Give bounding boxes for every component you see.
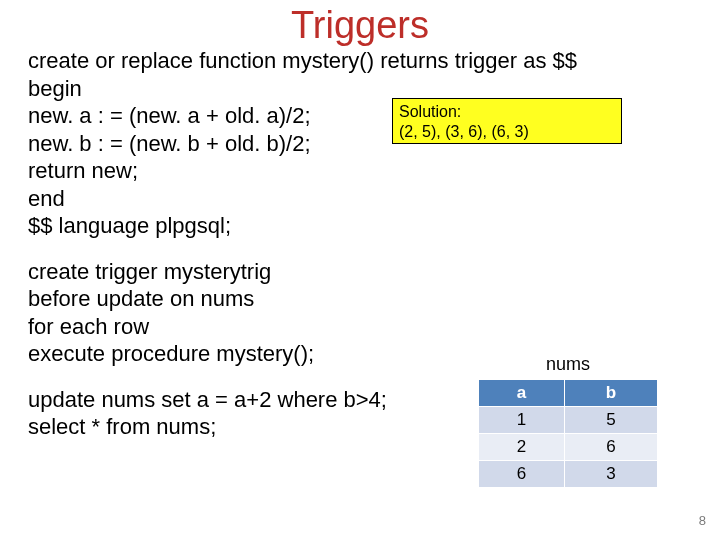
code-line: before update on nums bbox=[28, 285, 692, 313]
table-row: 6 3 bbox=[479, 461, 658, 488]
table-row: 1 5 bbox=[479, 407, 658, 434]
nums-table-wrap: nums a b 1 5 2 6 6 3 bbox=[478, 354, 658, 488]
cell: 1 bbox=[479, 407, 565, 434]
cell: 5 bbox=[564, 407, 657, 434]
table-header-row: a b bbox=[479, 380, 658, 407]
table-caption: nums bbox=[478, 354, 658, 375]
cell: 3 bbox=[564, 461, 657, 488]
table-row: 2 6 bbox=[479, 434, 658, 461]
code-line: $$ language plpgsql; bbox=[28, 212, 692, 240]
code-line: end bbox=[28, 185, 692, 213]
slide-title: Triggers bbox=[0, 0, 720, 47]
col-header-b: b bbox=[564, 380, 657, 407]
nums-table: a b 1 5 2 6 6 3 bbox=[478, 379, 658, 488]
page-number: 8 bbox=[699, 513, 706, 528]
code-line: for each row bbox=[28, 313, 692, 341]
cell: 6 bbox=[479, 461, 565, 488]
col-header-a: a bbox=[479, 380, 565, 407]
code-line: return new; bbox=[28, 157, 692, 185]
solution-box: Solution: (2, 5), (3, 6), (6, 3) bbox=[392, 98, 622, 144]
code-line: create trigger mysterytrig bbox=[28, 258, 692, 286]
solution-value: (2, 5), (3, 6), (6, 3) bbox=[399, 122, 615, 142]
cell: 6 bbox=[564, 434, 657, 461]
code-line: create or replace function mystery() ret… bbox=[28, 47, 692, 75]
solution-label: Solution: bbox=[399, 102, 615, 122]
cell: 2 bbox=[479, 434, 565, 461]
